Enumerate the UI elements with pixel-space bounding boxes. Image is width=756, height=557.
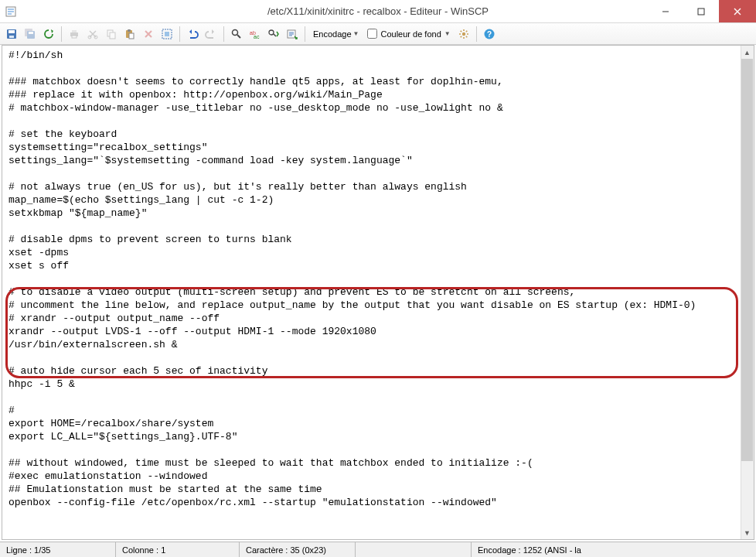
status-line: Ligne : 1/35 <box>0 542 116 557</box>
delete-button[interactable] <box>140 26 157 43</box>
bgcolor-checkbox[interactable] <box>367 29 377 39</box>
scrollbar-thumb[interactable] <box>741 59 753 461</box>
statusbar: Ligne : 1/35 Colonne : 1 Caractère : 35 … <box>0 542 756 557</box>
toolbar-separator <box>305 26 305 42</box>
editor-viewport: #!/bin/sh ### matchbox doesn't seems to … <box>2 46 754 539</box>
chevron-down-icon: ▼ <box>444 30 451 37</box>
bgcolor-toggle[interactable]: Couleur de fond ▼ <box>364 29 453 39</box>
status-char: Caractère : 35 (0x23) <box>240 542 356 557</box>
scroll-up-arrow-icon[interactable]: ▲ <box>741 46 753 59</box>
toolbar: abac Encodage▼ Couleur de fond ▼ ? <box>0 23 756 45</box>
svg-rect-1 <box>698 9 704 15</box>
window-title: /etc/X11/xinit/xinitrc - recalbox - Edit… <box>0 5 756 17</box>
encoding-dropdown[interactable]: Encodage▼ <box>309 26 363 43</box>
window-controls <box>648 0 756 22</box>
undo-button[interactable] <box>184 26 201 43</box>
settings-button[interactable] <box>455 26 472 43</box>
redo-button[interactable] <box>203 26 220 43</box>
bgcolor-label: Couleur de fond <box>380 29 441 39</box>
status-column: Colonne : 1 <box>116 542 240 557</box>
replace-button[interactable]: abac <box>247 26 264 43</box>
find-button[interactable] <box>228 26 245 43</box>
find-next-button[interactable] <box>265 26 282 43</box>
toolbar-separator <box>476 26 477 42</box>
toolbar-separator <box>179 26 180 42</box>
copy-button[interactable] <box>103 26 120 43</box>
svg-text:?: ? <box>487 30 492 39</box>
save-button[interactable] <box>3 26 20 43</box>
encoding-label: Encodage <box>313 29 352 39</box>
svg-rect-9 <box>72 30 77 32</box>
svg-rect-19 <box>165 32 169 36</box>
svg-text:ac: ac <box>254 34 260 39</box>
app-icon <box>0 5 22 18</box>
close-button[interactable] <box>719 0 756 22</box>
print-button[interactable] <box>66 26 83 43</box>
reload-button[interactable] <box>40 26 57 43</box>
editor-container: #!/bin/sh ### matchbox doesn't seems to … <box>2 45 754 540</box>
editor-text[interactable]: #!/bin/sh ### matchbox doesn't seems to … <box>2 46 754 512</box>
svg-point-25 <box>461 32 465 35</box>
toolbar-separator <box>61 26 62 42</box>
status-encoding: Encodage : 1252 (ANSI - la <box>472 542 756 557</box>
svg-rect-4 <box>9 36 14 38</box>
maximize-button[interactable] <box>683 0 719 22</box>
window-titlebar: /etc/X11/xinit/xinitrc - recalbox - Edit… <box>0 0 756 23</box>
help-button[interactable]: ? <box>481 26 498 43</box>
svg-rect-16 <box>128 29 131 32</box>
chevron-down-icon: ▼ <box>353 30 359 37</box>
status-spacer <box>356 542 472 557</box>
scroll-down-arrow-icon[interactable]: ▼ <box>741 526 753 539</box>
svg-rect-17 <box>129 33 134 39</box>
toolbar-separator <box>223 26 224 42</box>
minimize-button[interactable] <box>648 0 683 22</box>
paste-button[interactable] <box>121 26 138 43</box>
svg-rect-3 <box>9 30 15 33</box>
svg-rect-14 <box>110 32 115 39</box>
save-all-button[interactable] <box>22 26 39 43</box>
cut-button[interactable] <box>84 26 101 43</box>
vertical-scrollbar[interactable]: ▲ ▼ <box>741 46 754 539</box>
select-all-button[interactable] <box>158 26 175 43</box>
svg-rect-7 <box>29 32 33 34</box>
goto-button[interactable] <box>284 26 301 43</box>
svg-point-20 <box>233 29 238 35</box>
svg-rect-10 <box>72 36 77 38</box>
svg-point-23 <box>269 30 274 35</box>
